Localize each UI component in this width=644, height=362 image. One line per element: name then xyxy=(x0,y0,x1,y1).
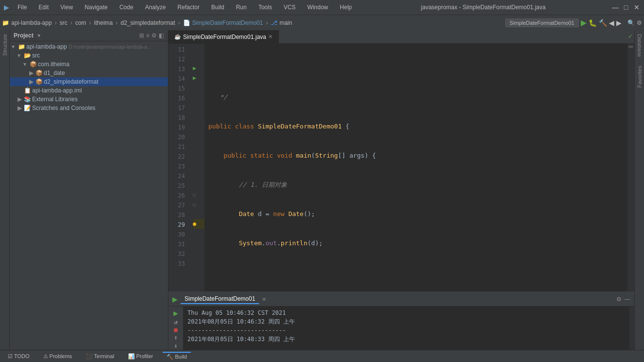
menu-help[interactable]: Help xyxy=(337,3,355,12)
code-line-15: // 1. 日期对象 xyxy=(208,180,627,190)
run-config-selector[interactable]: SimpleDateFormatDemo01 xyxy=(505,18,579,27)
run-tab-label[interactable]: SimpleDateFormatDemo01 xyxy=(181,294,259,304)
run-up-button[interactable]: ↑ xyxy=(170,334,181,341)
gutter-24 xyxy=(193,170,204,180)
menu-analyze[interactable]: Analyze xyxy=(142,3,169,12)
project-dropdown-icon[interactable]: ▾ xyxy=(37,32,40,39)
scrollbar-gutter xyxy=(627,44,634,291)
settings-icon[interactable]: ⚙ xyxy=(637,19,642,26)
menu-view[interactable]: View xyxy=(57,3,76,12)
tree-arrow-extlib: ▶ xyxy=(18,96,23,103)
forward-button[interactable]: ▶ xyxy=(616,19,622,27)
gutter-18 xyxy=(193,112,204,122)
breadcrumb-file[interactable]: SimpleDateFormatDemo01 xyxy=(192,19,263,26)
titlebar-right: — □ ✕ xyxy=(612,4,640,11)
ln-26: 26 xyxy=(168,191,189,200)
menu-build[interactable]: Build xyxy=(208,3,227,12)
tab-terminal-label: Terminal xyxy=(94,353,114,359)
bookmark-29: ● xyxy=(193,220,196,227)
run-down-button[interactable]: ↓ xyxy=(170,342,181,349)
breadcrumb-com[interactable]: com xyxy=(75,19,86,26)
tree-item-extlib[interactable]: ▶ 📚 External Libraries xyxy=(10,95,168,104)
run-panel-close[interactable]: — xyxy=(625,296,630,303)
breadcrumb-src[interactable]: src xyxy=(59,19,67,26)
menu-vcs[interactable]: VCS xyxy=(281,3,299,12)
gutter-12 xyxy=(193,54,204,63)
ln-23: 23 xyxy=(168,162,189,171)
run-rerun-button[interactable]: ↺ xyxy=(170,319,181,326)
ln-32: 32 xyxy=(168,249,189,259)
tab-build[interactable]: 🔨 Build xyxy=(163,352,190,361)
sidebar-layout-icon[interactable]: ⊞ xyxy=(139,32,144,39)
close-button[interactable]: ✕ xyxy=(633,4,640,11)
structure-tab[interactable]: Structure xyxy=(1,30,9,60)
tab-problems[interactable]: ⚠ Problems xyxy=(39,352,76,361)
ln-24: 24 xyxy=(168,171,189,181)
favorites-tab[interactable]: Favorites xyxy=(636,61,644,92)
tab-close-button[interactable]: ✕ xyxy=(268,34,273,40)
code-editor[interactable]: 11 12 13 14 15 16 17 18 19 20 21 22 23 2… xyxy=(168,44,634,291)
tree-label-extlib: External Libraries xyxy=(32,96,77,103)
tree-item-d1[interactable]: ▶ 📦 d1_date xyxy=(10,69,168,77)
breadcrumb-app[interactable]: api-lambda-app xyxy=(11,19,52,26)
breadcrumb-branch[interactable]: main xyxy=(279,19,292,26)
sidebar-collapse-icon[interactable]: ≡ xyxy=(146,32,149,39)
breadcrumb-package[interactable]: d2_simpledateformat xyxy=(121,19,175,26)
run-output-line3: ---------------------------- xyxy=(187,326,626,335)
back-button[interactable]: ◀ xyxy=(609,19,614,27)
tree-label-d2: d2_simpledateformat xyxy=(44,78,98,85)
run-output-scrollbar[interactable] xyxy=(629,307,634,350)
run-start-button[interactable]: ▶ xyxy=(170,308,181,318)
gutter-11 xyxy=(193,44,204,54)
gutter-19 xyxy=(193,122,204,131)
menu-tools[interactable]: Tools xyxy=(256,3,275,12)
maximize-button[interactable]: □ xyxy=(623,4,629,11)
tree-item-iml[interactable]: 📋 api-lambda-app.iml xyxy=(10,86,168,95)
menu-code[interactable]: Code xyxy=(116,3,136,12)
tab-todo[interactable]: ☑ TODO xyxy=(4,352,34,361)
tree-item-scratches[interactable]: ▶ 📝 Scratches and Consoles xyxy=(10,104,168,112)
run-settings-icon[interactable]: ⚙ xyxy=(616,296,622,303)
project-sidebar: Project ▾ ⊞ ≡ ⚙ ◧ ▾ 📁 api-lambda-app D:\… xyxy=(10,30,168,350)
minimize-button[interactable]: — xyxy=(612,4,619,11)
tree-item-com[interactable]: ▾ 📦 com.itheima xyxy=(10,60,168,69)
tab-profiler[interactable]: 📊 Profiler xyxy=(124,352,157,361)
build-button[interactable]: 🔨 xyxy=(599,19,607,27)
menu-navigate[interactable]: Navigate xyxy=(82,3,110,12)
sidebar-gear-icon[interactable]: ◧ xyxy=(159,32,164,39)
package-icon-com: 📦 xyxy=(29,61,37,68)
breadcrumb-sep2: › xyxy=(70,19,72,26)
menu-refactor[interactable]: Refactor xyxy=(175,3,202,12)
code-line-16: Date d = new Date(); xyxy=(208,209,627,219)
gutter-20 xyxy=(193,131,204,141)
scroll-thumb[interactable] xyxy=(628,46,633,48)
gutter-31 xyxy=(193,238,204,248)
tree-item-d2[interactable]: ▶ 📦 d2_simpledateformat xyxy=(10,77,168,86)
editor-tab-main[interactable]: ☕ SimpleDateFormatDemo01.java ✕ xyxy=(168,30,279,43)
sidebar-settings-icon[interactable]: ⚙ xyxy=(151,32,157,39)
debug-button[interactable]: 🐛 xyxy=(589,19,597,27)
tree-item-app[interactable]: ▾ 📁 api-lambda-app D:\code\javasepromax\… xyxy=(10,42,168,51)
gutter-16 xyxy=(193,92,204,102)
run-output-line4: 2021年08月05日 10:48:33 周四 上午 xyxy=(187,335,626,344)
database-tab[interactable]: Database xyxy=(636,30,644,61)
breadcrumb-sep1: › xyxy=(55,19,56,26)
tab-build-label: Build xyxy=(175,354,186,360)
run-stop-button[interactable]: ■ xyxy=(170,326,181,333)
breadcrumb-itheima[interactable]: itheima xyxy=(94,19,113,26)
code-content[interactable]: */ public class SimpleDateFormatDemo01 {… xyxy=(204,44,627,291)
menu-edit[interactable]: Edit xyxy=(36,3,52,12)
tab-terminal[interactable]: ⬛ Terminal xyxy=(82,352,118,361)
tree-item-src[interactable]: ▾ 📂 src xyxy=(10,51,168,60)
ln-29: 29 xyxy=(168,220,189,230)
sidebar-header: Project ▾ ⊞ ≡ ⚙ ◧ xyxy=(10,30,168,41)
package-icon-d1: 📦 xyxy=(35,70,43,76)
gutter-23 xyxy=(193,161,204,170)
search-icon[interactable]: 🔍 xyxy=(627,19,635,26)
run-tab-close[interactable]: ✕ xyxy=(262,296,266,303)
menu-window[interactable]: Window xyxy=(304,3,331,12)
menu-run[interactable]: Run xyxy=(233,3,250,12)
menu-file[interactable]: File xyxy=(15,3,30,12)
extlib-icon: 📚 xyxy=(23,96,31,103)
run-button[interactable]: ▶ xyxy=(581,18,587,27)
